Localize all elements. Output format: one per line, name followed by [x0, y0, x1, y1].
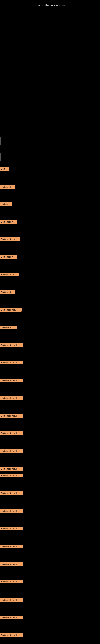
bottleneck-result-label: Bottleneck r: [0, 220, 17, 224]
bottleneck-result-label: Bottleneck r: [0, 255, 17, 258]
list-item: Bottleneck result: [0, 361, 23, 364]
list-item: Bottleneck result: [0, 598, 23, 602]
list-item: Bottleneck result: [0, 527, 23, 530]
list-item: Bottleneck res: [0, 238, 20, 241]
bottleneck-result-label: Bottleneck result: [0, 432, 23, 435]
bottleneck-result-label: Bottleneck result: [0, 396, 23, 400]
list-item: Bottleneck r: [0, 255, 17, 258]
list-item: Bottleneck result: [0, 378, 23, 382]
bottleneck-result-label: Bottleneck result: [0, 449, 23, 453]
bottleneck-result-label: Bottleneck result: [0, 544, 23, 548]
bottleneck-result-label: Bottleneck: [0, 290, 15, 294]
list-item: Bottleneck result: [0, 343, 23, 347]
list-item: Bottl: [0, 167, 9, 171]
bottleneck-result-label: Bottleneck result: [0, 616, 23, 619]
bottleneck-result-label: Bottlen: [0, 202, 12, 206]
bottleneck-result-label: Bottleneck result: [0, 509, 23, 513]
list-item: Bottleneck re: [0, 273, 19, 276]
bottleneck-result-label: Bottleneck result: [0, 414, 23, 418]
bottleneck-result-label: Bottleneck result: [0, 474, 23, 477]
list-item: Bottleneck result: [0, 544, 23, 548]
bottleneck-result-label: Bottleneck result: [0, 361, 23, 364]
list-item: Bottleneck: [0, 290, 15, 294]
vertical-bar-2: [0, 153, 1, 161]
list-item: Bottleneck r: [0, 220, 17, 224]
bottleneck-result-label: Bottleneck result: [0, 492, 23, 495]
list-item: Bottleneck result: [0, 449, 23, 453]
list-item: Bottleneck result: [0, 509, 23, 513]
bottleneck-result-label: Bottleneck resu: [0, 308, 22, 312]
vertical-bar-1: [0, 137, 1, 145]
bottleneck-result-label: Bottl: [0, 167, 9, 171]
list-item: Bottleneck result: [0, 396, 23, 400]
list-item: Bottleneck result: [0, 432, 23, 435]
list-item: Bottleneck result: [0, 580, 23, 584]
bottleneck-result-label: Bottleneck result: [0, 467, 23, 470]
list-item: Bottleneck r: [0, 326, 17, 329]
bottleneck-result-label: Bottleneck result: [0, 527, 23, 530]
bottleneck-result-label: Bottleneck: [0, 185, 15, 189]
bottleneck-result-label: Bottleneck re: [0, 273, 19, 276]
bottleneck-result-label: Bottleneck result: [0, 598, 23, 602]
list-item: Bottleneck result: [0, 414, 23, 418]
list-item: Bottleneck result: [0, 474, 23, 477]
list-item: Bottlen: [0, 202, 12, 206]
bottleneck-result-label: Bottleneck result: [0, 633, 23, 637]
list-item: Bottleneck result: [0, 562, 23, 566]
list-item: Bottleneck result: [0, 492, 23, 495]
site-title: TheBottlenecker.com: [0, 2, 100, 9]
bottleneck-result-label: Bottleneck res: [0, 238, 20, 241]
list-item: Bottleneck: [0, 185, 15, 189]
list-item: Bottleneck result: [0, 633, 23, 637]
list-item: Bottleneck result: [0, 616, 23, 619]
list-item: Bottleneck resu: [0, 308, 22, 312]
bottleneck-result-label: Bottleneck result: [0, 580, 23, 584]
bottleneck-result-label: Bottleneck result: [0, 562, 23, 566]
bottleneck-result-label: Bottleneck r: [0, 326, 17, 329]
bottleneck-result-label: Bottleneck result: [0, 378, 23, 382]
bottleneck-result-label: Bottleneck result: [0, 343, 23, 347]
list-item: Bottleneck result: [0, 467, 23, 470]
